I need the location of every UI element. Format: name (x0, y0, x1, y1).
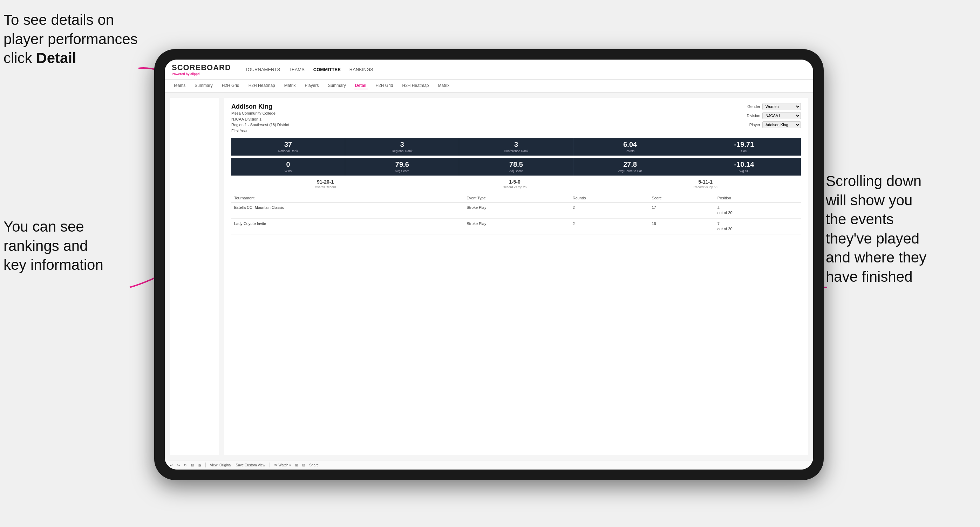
stat-points: 6.04 Points (573, 138, 687, 156)
tab-matrix[interactable]: Matrix (283, 83, 297, 89)
record-overall: 91-20-1 Overall Record (315, 179, 336, 189)
annotation-right-3: the events (826, 211, 894, 227)
record-top50: 5-11-1 Record vs top 50 (694, 179, 718, 189)
left-panel (170, 98, 219, 455)
table-body: Estella CC- Mountain Classic Stroke Play… (231, 203, 801, 235)
app-container: SCOREBOARD Powered by clippd TOURNAMENTS… (165, 60, 813, 470)
tablet-frame: SCOREBOARD Powered by clippd TOURNAMENTS… (154, 49, 824, 480)
table-row: Estella CC- Mountain Classic Stroke Play… (231, 203, 801, 219)
col-score: Score (649, 194, 714, 203)
stats-row-1: 37 National Rank 3 Regional Rank 3 Confe… (231, 138, 801, 156)
tab-summary-2[interactable]: Summary (326, 83, 347, 89)
clock-button[interactable]: ◷ (198, 463, 201, 467)
division-label: Division (741, 114, 760, 118)
gender-select[interactable]: Women (762, 103, 801, 110)
top-nav: SCOREBOARD Powered by clippd TOURNAMENTS… (165, 60, 813, 79)
player-name: Addison King (231, 103, 289, 110)
toolbar-separator-2 (269, 462, 270, 467)
stat-conference-rank: 3 Conference Rank (459, 138, 573, 156)
redo-button[interactable]: ↪ (177, 463, 180, 467)
tab-h2h-heatmap[interactable]: H2H Heatmap (247, 83, 277, 89)
main-content: Addison King Mesa Community College NJCA… (165, 92, 813, 460)
stat-sos: -19.71 SoS (687, 138, 801, 156)
table-row: Lady Coyote Invite Stroke Play 2 16 7 ou… (231, 218, 801, 235)
view-original-button[interactable]: View: Original (210, 463, 232, 467)
stat-national-rank: 37 National Rank (231, 138, 345, 156)
tab-h2h-grid[interactable]: H2H Grid (221, 83, 241, 89)
player-header: Addison King Mesa Community College NJCA… (231, 103, 801, 133)
nav-rankings[interactable]: RANKINGS (350, 66, 373, 73)
score-1: 17 (649, 203, 714, 219)
tab-matrix-2[interactable]: Matrix (437, 83, 451, 89)
annotation-right-6: have finished (826, 268, 913, 285)
tab-teams[interactable]: Teams (172, 83, 187, 89)
annotation-text-3: rankings and (3, 238, 88, 254)
nav-tournaments[interactable]: TOURNAMENTS (245, 66, 280, 73)
nav-items: TOURNAMENTS TEAMS COMMITTEE RANKINGS (245, 66, 373, 73)
col-event-type: Event Type (464, 194, 570, 203)
division-select[interactable]: NJCAA I (762, 112, 801, 119)
record-top25: 1-5-0 Record vs top 25 (503, 179, 527, 189)
undo-button[interactable]: ↩ (170, 463, 173, 467)
nav-committee[interactable]: COMMITTEE (313, 66, 341, 73)
stat-adj-score: 78.5 Adj Score (459, 158, 573, 176)
annotation-bottom-left: You can see rankings and key information (3, 217, 133, 275)
tab-detail[interactable]: Detail (354, 83, 368, 89)
save-custom-view-button[interactable]: Save Custom View (236, 463, 265, 467)
toolbar-separator (205, 462, 206, 467)
nav-teams[interactable]: TEAMS (289, 66, 305, 73)
layout-button[interactable]: ⊞ (295, 463, 298, 467)
player-region: Region 1 - Southwest (18) District (231, 122, 289, 128)
stat-wins: 0 Wins (231, 158, 345, 176)
refresh-button[interactable]: ⟳ (184, 463, 187, 467)
records-row: 91-20-1 Overall Record 1-5-0 Record vs t… (231, 179, 801, 189)
rounds-2: 2 (570, 218, 649, 235)
player-info: Addison King Mesa Community College NJCA… (231, 103, 289, 133)
annotation-right-5: and where they (826, 249, 926, 266)
annotation-bold: Detail (36, 50, 76, 66)
player-control: Player Addison King (741, 121, 801, 128)
player-controls: Gender Women Division NJCAA I (741, 103, 801, 133)
tournament-name-1: Estella CC- Mountain Classic (231, 203, 464, 219)
stat-avg-sg: -10.14 Avg SG (687, 158, 801, 176)
stats-row-2: 0 Wins 79.6 Avg Score 78.5 Adj Score 2 (231, 158, 801, 176)
table-header: Tournament Event Type Rounds Score Posit… (231, 194, 801, 203)
tournament-table: Tournament Event Type Rounds Score Posit… (231, 194, 801, 235)
gender-control: Gender Women (741, 103, 801, 110)
player-select[interactable]: Addison King (762, 121, 801, 128)
event-type-2: Stroke Play (464, 218, 570, 235)
logo-text: SCOREBOARD (172, 63, 231, 72)
gender-label: Gender (741, 105, 760, 109)
annotation-right-4: they've played (826, 230, 920, 247)
division-control: Division NJCAA I (741, 112, 801, 119)
tab-h2h-grid-2[interactable]: H2H Grid (374, 83, 394, 89)
fullscreen-button[interactable]: ⊡ (302, 463, 305, 467)
player-division: NJCAA Division 1 (231, 116, 289, 122)
tab-h2h-heatmap-2[interactable]: H2H Heatmap (401, 83, 430, 89)
tab-players[interactable]: Players (303, 83, 320, 89)
annotation-text-4: key information (3, 257, 103, 273)
player-label: Player (741, 123, 760, 127)
col-position: Position (715, 194, 801, 203)
logo-powered: Powered by clippd (172, 72, 231, 76)
center-panel: Addison King Mesa Community College NJCA… (224, 98, 808, 455)
grid-button[interactable]: ⊡ (191, 463, 194, 467)
bottom-toolbar: ↩ ↪ ⟳ ⊡ ◷ View: Original Save Custom Vie… (165, 460, 813, 470)
watch-button[interactable]: 👁 Watch ▾ (274, 463, 291, 467)
logo-area: SCOREBOARD Powered by clippd (172, 63, 231, 76)
annotation-top-left: To see details on player performances cl… (3, 11, 144, 68)
tournament-name-2: Lady Coyote Invite (231, 218, 464, 235)
col-rounds: Rounds (570, 194, 649, 203)
stat-avg-score: 79.6 Avg Score (345, 158, 459, 176)
score-2: 16 (649, 218, 714, 235)
tab-summary[interactable]: Summary (193, 83, 214, 89)
sub-nav: Teams Summary H2H Grid H2H Heatmap Matri… (165, 79, 813, 92)
annotation-right-2: will show you (826, 192, 912, 208)
stat-regional-rank: 3 Regional Rank (345, 138, 459, 156)
share-button[interactable]: Share (309, 463, 318, 467)
rounds-1: 2 (570, 203, 649, 219)
col-tournament: Tournament (231, 194, 464, 203)
annotation-right: Scrolling down will show you the events … (826, 172, 973, 287)
annotation-text-2: You can see (3, 218, 84, 235)
player-school: Mesa Community College (231, 110, 289, 116)
